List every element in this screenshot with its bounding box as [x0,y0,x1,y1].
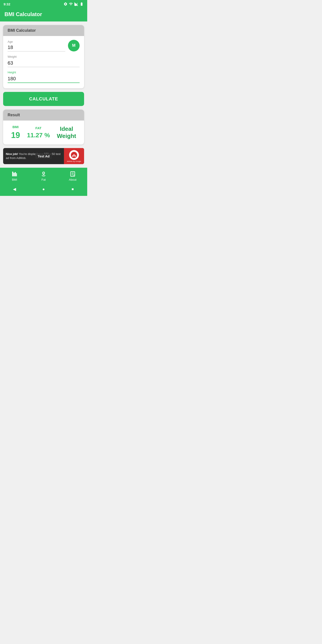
result-card-body: BMI 19 FAT 11.27 % IdealWeight [3,120,84,144]
nav-item-about[interactable]: About [58,171,87,181]
fat-result-col: FAT 11.27 % [27,126,50,139]
status-icons [64,2,84,6]
nav-label-bmi: BMI [12,178,17,181]
back-button[interactable]: ◀ [12,186,18,192]
gender-button[interactable]: M [68,40,80,52]
calculator-card: BMI Calculator Age M Weight Hei [3,25,84,88]
status-bar: 9:32 [0,0,87,8]
weight-label: Weight [8,55,80,58]
admob-icon [71,152,77,158]
ad-text-strong: Nice job! [6,152,18,156]
age-label: Age [8,40,13,44]
status-time: 9:32 [4,2,10,6]
svg-rect-4 [14,173,14,176]
admob-logo-icon [69,150,79,160]
nav-item-bmi[interactable]: BMI [0,171,29,181]
calculate-button[interactable]: CALCULATE [3,92,84,106]
calculator-card-body: Age M Weight Height [3,36,84,88]
back-icon[interactable]: ◀ [13,187,16,192]
weight-input-group: Weight [8,55,80,67]
ad-logo-text: AdMob by Google [67,160,81,162]
result-card-title: Result [8,113,20,117]
nav-label-fat: Fat [42,178,46,181]
age-input-row: Age M [8,40,80,52]
app-bar-title: BMI Calculator [4,11,42,17]
bmi-result-value: 19 [11,130,20,140]
wifi-icon [69,2,73,6]
bmi-result-col: BMI 19 [11,125,20,140]
result-card-header: Result [3,110,84,120]
svg-point-9 [44,172,44,172]
settings-icon [64,2,68,6]
nav-item-fat[interactable]: Fat [29,171,58,181]
recents-button[interactable]: ■ [70,186,76,192]
system-nav-bar: ◀ ● ■ [0,183,87,196]
height-input[interactable] [8,75,80,83]
fat-result-label: FAT [35,126,41,130]
signal-icon [74,2,78,6]
bmi-nav-icon [12,171,18,177]
svg-rect-5 [15,172,16,176]
bottom-nav: BMI Fat About [0,168,87,183]
calculator-card-title: BMI Calculator [8,28,36,33]
battery-icon [80,2,84,6]
about-nav-icon [70,171,76,177]
calculator-card-header: BMI Calculator [3,25,84,36]
svg-point-1 [72,156,74,157]
weight-input[interactable] [8,59,80,67]
ad-banner: Nice job! You're displaying a 320 x 50 t… [3,148,84,164]
ad-text-area: Nice job! You're displaying a 320 x 50 t… [3,148,64,164]
svg-rect-3 [12,172,14,176]
bmi-result-label: BMI [12,125,19,129]
ideal-result-value: IdealWeight [57,126,76,139]
nav-label-about: About [69,178,76,181]
age-input[interactable] [8,44,65,52]
age-input-wrapper: Age [8,40,65,52]
result-card: Result BMI 19 FAT 11.27 % IdealWeight [3,110,84,144]
ideal-result-col: IdealWeight [57,126,76,139]
height-input-group: Height [8,71,80,83]
app-bar: BMI Calculator [0,8,87,22]
fat-nav-icon [40,171,47,177]
ad-logo: AdMob by Google [64,148,84,164]
height-label: Height [8,71,80,74]
svg-point-2 [74,156,76,157]
svg-rect-6 [16,173,17,176]
ad-badge: Test Ad [35,154,52,159]
main-content: BMI Calculator Age M Weight Hei [0,22,87,168]
fat-result-value: 11.27 % [27,132,50,139]
svg-point-8 [43,172,44,172]
home-button[interactable]: ● [40,186,47,192]
ad-text: Nice job! You're displaying a 320 x 50 t… [6,152,61,160]
recents-icon[interactable]: ■ [72,187,74,191]
age-input-group: Age M [8,40,80,52]
home-icon[interactable]: ● [42,187,45,192]
